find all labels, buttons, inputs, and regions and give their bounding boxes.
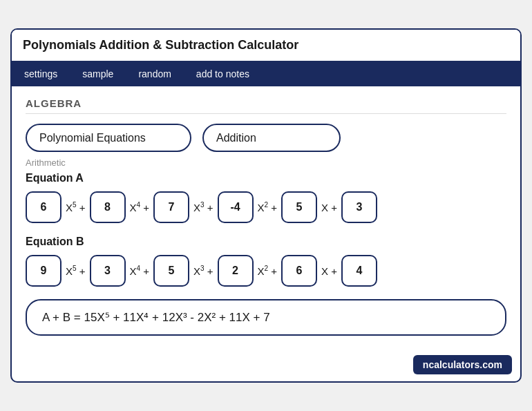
tab-bar: settings sample random add to notes [12,61,520,86]
tab-sample[interactable]: sample [70,61,126,86]
eqA-coeff-5[interactable] [341,191,377,223]
section-label: ALGEBRA [26,97,506,114]
eqA-coeff-4[interactable] [281,191,317,223]
result-text: A + B = 15X⁵ + 11X⁴ + 12X³ - 2X² + 11X +… [42,311,270,324]
arithmetic-label: Arithmetic [26,157,506,168]
eqA-coeff-1[interactable] [90,191,126,223]
eqB-term-0: X5 + [66,265,86,277]
eqB-coeff-4[interactable] [281,255,317,287]
eqB-coeff-0[interactable] [26,255,61,287]
calculator-container: Polynomials Addition & Subtraction Calcu… [10,28,522,383]
tab-settings[interactable]: settings [12,61,70,86]
tab-random[interactable]: random [126,61,183,86]
eqB-coeff-1[interactable] [90,255,126,287]
dropdowns-row: Polynomial Equations Addition [26,124,506,152]
page-title: Polynomials Addition & Subtraction Calcu… [23,38,298,52]
equation-b-row: X5 + X4 + X3 + X2 + X + [26,255,506,287]
eqB-coeff-3[interactable] [218,255,254,287]
eqB-coeff-5[interactable] [341,255,377,287]
tab-add-to-notes[interactable]: add to notes [184,61,262,86]
equation-b-label: Equation B [26,236,506,248]
equation-a-row: X5 + X4 + X3 + X2 + X + [26,191,506,223]
title-bar: Polynomials Addition & Subtraction Calcu… [12,30,520,61]
eqA-term-0: X5 + [66,201,86,213]
eqA-term-3: X2 + [258,201,278,213]
eqB-coeff-2[interactable] [153,255,189,287]
eqB-term-1: X4 + [130,265,150,277]
main-content: ALGEBRA Polynomial Equations Addition Ar… [12,86,520,350]
eqB-term-4: X + [321,265,337,277]
equation-a-label: Equation A [26,172,506,184]
eqA-coeff-2[interactable] [153,191,189,223]
eqB-term-2: X3 + [193,265,213,277]
eqA-term-1: X4 + [130,201,150,213]
result-box: A + B = 15X⁵ + 11X⁴ + 12X³ - 2X² + 11X +… [26,299,506,336]
eqA-coeff-3[interactable] [218,191,254,223]
footer: ncalculators.com [12,350,520,381]
eqA-term-4: X + [321,202,337,213]
eqB-term-3: X2 + [258,265,278,277]
eqA-term-2: X3 + [193,201,213,213]
eqA-coeff-0[interactable] [26,191,61,223]
polynomial-type-select[interactable]: Polynomial Equations [26,124,191,152]
brand-label: ncalculators.com [413,355,512,374]
operation-select[interactable]: Addition [202,124,341,152]
